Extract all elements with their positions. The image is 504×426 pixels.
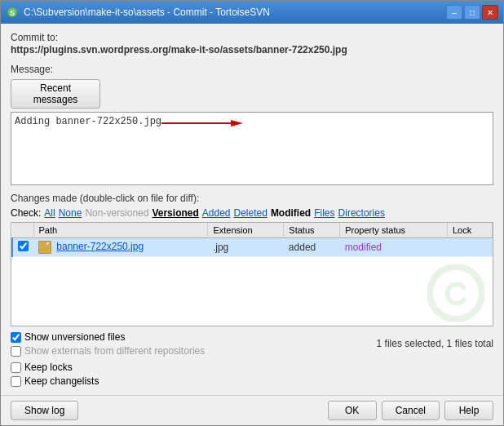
help-button[interactable]: Help (444, 401, 493, 420)
check-nonversioned-link[interactable]: Non-versioned (85, 207, 148, 219)
window-title: C:\Subversion\make-it-so\assets - Commit… (24, 7, 270, 18)
file-checkbox-cell[interactable] (12, 238, 33, 257)
titlebar: S C:\Subversion\make-it-so\assets - Comm… (1, 1, 503, 24)
check-modified-label: Modified (271, 207, 311, 219)
check-filter-row: Check: All None Non-versioned Versioned … (11, 207, 493, 219)
cancel-button[interactable]: Cancel (382, 401, 440, 420)
show-log-button[interactable]: Show log (11, 401, 78, 420)
keep-locks-checkbox[interactable] (11, 362, 21, 373)
file-property-status: modified (340, 238, 448, 257)
file-name[interactable]: banner-722x250.jpg (56, 241, 144, 252)
changes-section: Changes made (double-click on file for d… (11, 193, 493, 357)
show-unversioned-row: Show unversioned files (11, 331, 205, 343)
red-arrow-indicator (161, 117, 243, 130)
th-status: Status (284, 223, 340, 238)
main-window: S C:\Subversion\make-it-so\assets - Comm… (0, 0, 504, 426)
message-label: Message: (11, 64, 493, 75)
ok-button[interactable]: OK (328, 401, 377, 420)
file-table-container: C Path Extension Status Property status … (11, 222, 493, 326)
recent-messages-button[interactable]: Recent messages (11, 79, 100, 109)
show-externals-label: Show externals from different repositori… (24, 345, 205, 357)
show-unversioned-checkbox[interactable] (11, 332, 21, 343)
maximize-button[interactable]: □ (464, 5, 480, 20)
keep-locks-row: Keep locks (11, 362, 493, 373)
keep-changelists-label: Keep changelists (24, 375, 99, 387)
commit-to-section: Commit to: https://plugins.svn.wordpress… (11, 32, 493, 59)
bottom-buttons: Show log OK Cancel Help (1, 395, 503, 425)
titlebar-left: S C:\Subversion\make-it-so\assets - Comm… (6, 6, 270, 19)
th-checkbox (12, 223, 33, 238)
show-externals-checkbox[interactable] (11, 346, 21, 357)
th-extension: Extension (208, 223, 284, 238)
table-row[interactable]: banner-722x250.jpg .jpg added modified (12, 238, 493, 257)
show-options: Show unversioned files Show externals fr… (11, 331, 205, 357)
bottom-options-row: Show unversioned files Show externals fr… (11, 330, 493, 357)
message-input[interactable]: Adding banner-722x250.jpg (11, 112, 493, 185)
files-selected-count: 1 files selected, 1 files total (205, 338, 493, 349)
svg-text:S: S (10, 9, 15, 17)
file-checkbox[interactable] (18, 241, 29, 251)
check-deleted-link[interactable]: Deleted (234, 207, 267, 219)
svg-marker-3 (231, 120, 243, 126)
keep-options-section: Keep locks Keep changelists (11, 362, 493, 387)
file-icon (38, 241, 51, 254)
commit-to-label: Commit to: (11, 32, 493, 43)
check-directories-link[interactable]: Directories (338, 207, 385, 219)
check-versioned-link[interactable]: Versioned (152, 207, 198, 219)
file-lock (448, 238, 493, 257)
check-all-link[interactable]: All (44, 207, 55, 219)
check-files-link[interactable]: Files (314, 207, 334, 219)
check-added-link[interactable]: Added (202, 207, 231, 219)
commit-url: https://plugins.svn.wordpress.org/make-i… (11, 44, 493, 55)
window-controls: – □ ✕ (446, 5, 498, 20)
svg-text:C: C (444, 276, 468, 312)
th-lock: Lock (448, 223, 493, 238)
th-property-status: Property status (340, 223, 448, 238)
close-button[interactable]: ✕ (482, 5, 498, 20)
file-table: Path Extension Status Property status Lo… (11, 223, 493, 257)
show-externals-row: Show externals from different repositori… (11, 345, 205, 357)
file-status: added (284, 238, 340, 257)
message-container: Adding banner-722x250.jpg (11, 112, 493, 188)
check-none-link[interactable]: None (59, 207, 82, 219)
keep-changelists-row: Keep changelists (11, 375, 493, 387)
minimize-button[interactable]: – (446, 5, 462, 20)
file-name-cell[interactable]: banner-722x250.jpg (33, 238, 208, 257)
main-content: Commit to: https://plugins.svn.wordpress… (1, 24, 503, 395)
show-unversioned-label: Show unversioned files (24, 331, 125, 343)
keep-locks-label: Keep locks (24, 362, 73, 373)
th-path: Path (33, 223, 208, 238)
file-extension: .jpg (208, 238, 284, 257)
tortoise-watermark: C (427, 264, 484, 322)
table-header-row: Path Extension Status Property status Lo… (12, 223, 493, 238)
keep-changelists-checkbox[interactable] (11, 376, 21, 387)
message-section: Message: Recent messages Adding banner-7… (11, 64, 493, 188)
check-label: Check: (11, 207, 41, 219)
svn-icon: S (6, 6, 19, 19)
changes-label: Changes made (double-click on file for d… (11, 193, 493, 204)
